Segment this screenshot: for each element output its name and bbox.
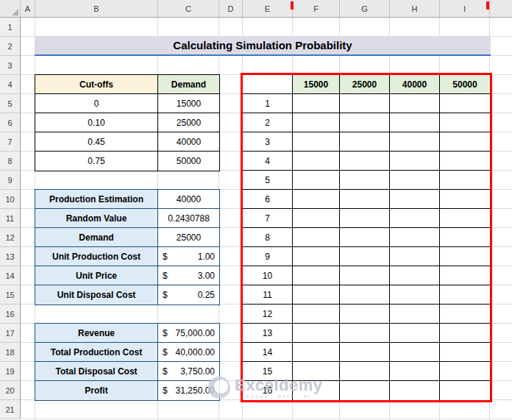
simulation-cell[interactable] [440,94,490,113]
simulation-header-cell[interactable]: 40000 [390,75,440,94]
simulation-row-label[interactable]: 14 [243,343,293,362]
parameter-value-cell[interactable]: 25000 [158,228,219,246]
parameter-value-cell[interactable]: $ 3.00 [158,266,219,285]
simulation-cell[interactable] [340,285,390,305]
simulation-cell[interactable] [390,362,440,381]
simulation-cell[interactable] [440,113,490,132]
row-header[interactable]: 11 [0,209,20,228]
simulation-cell[interactable] [440,228,490,247]
result-label-cell[interactable]: Total Production Cost [35,343,158,361]
column-header[interactable]: D [219,0,243,17]
simulation-cell[interactable] [293,228,340,247]
simulation-row-label[interactable]: 2 [243,113,293,132]
simulation-cell[interactable] [340,132,390,152]
simulation-cell[interactable] [390,266,440,285]
simulation-cell[interactable] [293,209,340,228]
simulation-cell[interactable] [390,190,440,209]
simulation-cell[interactable] [440,343,490,362]
simulation-row-label[interactable]: 16 [243,381,293,400]
page-title[interactable]: Calculating Simulation Probability [35,36,491,56]
cutoff-value-cell[interactable]: 0.10 [35,113,158,132]
simulation-cell[interactable] [390,228,440,247]
simulation-header-cell[interactable]: 25000 [340,75,390,94]
row-header[interactable]: 2 [0,37,20,56]
simulation-cell[interactable] [390,209,440,228]
simulation-cell[interactable] [390,247,440,266]
row-header[interactable]: 9 [0,171,20,190]
result-label-cell[interactable]: Revenue [35,324,158,342]
simulation-cell[interactable] [340,266,390,285]
simulation-cell[interactable] [340,228,390,247]
simulation-cell[interactable] [340,152,390,171]
simulation-cell[interactable] [293,266,340,285]
simulation-row-label[interactable]: 12 [243,305,293,324]
simulation-cell[interactable] [293,190,340,209]
demand-value-cell[interactable]: 50000 [158,152,219,171]
simulation-cell[interactable] [293,343,340,362]
simulation-row-label[interactable]: 1 [243,94,293,113]
cutoff-value-cell[interactable]: 0.75 [35,152,158,171]
row-header[interactable]: 8 [0,152,20,171]
simulation-cell[interactable] [340,113,390,132]
simulation-cell[interactable] [293,305,340,324]
simulation-cell[interactable] [293,381,340,400]
parameter-label-cell[interactable]: Demand [35,228,158,246]
simulation-row-label[interactable]: 15 [243,362,293,381]
parameter-label-cell[interactable]: Unit Production Cost [35,247,158,266]
simulation-row-label[interactable]: 13 [243,324,293,343]
simulation-cell[interactable] [390,132,440,152]
simulation-row-label[interactable]: 9 [243,247,293,266]
simulation-cell[interactable] [293,247,340,266]
row-header[interactable]: 3 [0,56,20,75]
column-header[interactable]: F [293,0,340,17]
simulation-cell[interactable] [340,305,390,324]
result-value-cell[interactable]: $ 75,000.00 [158,324,219,342]
simulation-cell[interactable] [340,190,390,209]
row-header[interactable]: 4 [0,75,20,94]
simulation-cell[interactable] [440,324,490,343]
simulation-cell[interactable] [293,94,340,113]
simulation-cell[interactable] [340,381,390,400]
row-header[interactable]: 15 [0,285,20,305]
column-header[interactable]: E [243,0,293,17]
row-header[interactable]: 14 [0,266,20,285]
parameter-label-cell[interactable]: Production Estimation [35,190,158,208]
result-value-cell[interactable]: $ 40,000.00 [158,343,219,361]
simulation-cell[interactable] [440,285,490,305]
simulation-cell[interactable] [390,381,440,400]
simulation-cell[interactable] [390,152,440,171]
row-header[interactable]: 16 [0,305,20,324]
simulation-cell[interactable] [340,209,390,228]
row-header[interactable]: 21 [0,400,20,419]
result-label-cell[interactable]: Total Disposal Cost [35,362,158,380]
row-header[interactable]: 17 [0,324,20,343]
result-value-cell[interactable]: $ 31,250.00 [158,381,219,400]
simulation-row-label[interactable]: 11 [243,285,293,305]
simulation-cell[interactable] [440,132,490,152]
simulation-row-label[interactable]: 6 [243,190,293,209]
simulation-cell[interactable] [390,343,440,362]
simulation-cell[interactable] [293,324,340,343]
simulation-row-label[interactable]: 5 [243,171,293,190]
simulation-cell[interactable] [440,381,490,400]
simulation-cell[interactable] [440,190,490,209]
cutoff-value-cell[interactable]: 0 [35,94,158,113]
simulation-cell[interactable] [390,113,440,132]
row-header[interactable]: 12 [0,228,20,247]
simulation-cell[interactable] [293,362,340,381]
column-header[interactable]: H [390,0,440,17]
simulation-cell[interactable] [340,94,390,113]
column-header[interactable]: A [21,0,35,17]
row-header[interactable]: 1 [0,18,20,37]
parameter-value-cell[interactable]: 0.2430788 [158,209,219,227]
row-header[interactable]: 7 [0,132,20,152]
simulation-cell[interactable] [390,94,440,113]
simulation-cell[interactable] [440,305,490,324]
column-header[interactable]: I [440,0,490,17]
cutoff-value-cell[interactable]: 0.45 [35,132,158,151]
parameter-value-cell[interactable]: 40000 [158,190,219,208]
parameter-label-cell[interactable]: Unit Price [35,266,158,285]
simulation-cell[interactable] [440,266,490,285]
simulation-cell[interactable] [340,324,390,343]
simulation-cell[interactable] [440,362,490,381]
